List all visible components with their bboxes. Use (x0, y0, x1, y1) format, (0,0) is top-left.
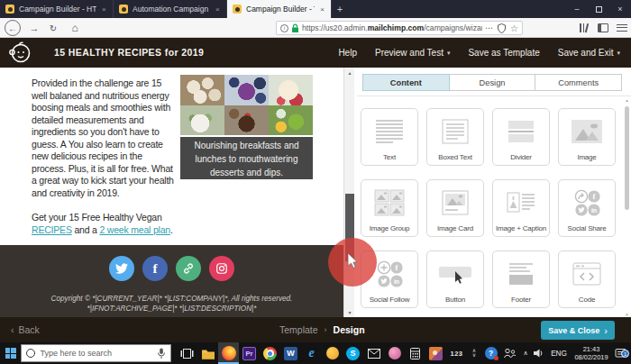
file-explorer-button[interactable] (197, 342, 218, 364)
app-button-orange[interactable] (322, 342, 343, 364)
taskbar-clock[interactable]: 21:43 08/02/2019 (572, 345, 611, 361)
divider-block-icon (506, 109, 536, 153)
tab-content[interactable]: Content (362, 74, 450, 91)
mailchimp-freddie-logo (8, 41, 32, 65)
tab-design[interactable]: Design (449, 74, 536, 91)
panel-scrollbar[interactable]: ▴ ▾ (624, 97, 630, 317)
taskbar-overflow-scroller[interactable]: ∧∨ (467, 342, 481, 364)
browser-tab-2[interactable]: Automation Campaign Builder × (114, 0, 227, 18)
word-taskbar-button[interactable]: W (280, 342, 301, 364)
taskbar-search[interactable] (21, 344, 171, 362)
save-and-close-button[interactable]: Save & Close› (541, 321, 615, 340)
mail-icon (368, 349, 380, 359)
help-link[interactable]: Help (338, 48, 357, 58)
url-text: https://us20.admin.mailchimp.com/campaig… (302, 23, 482, 32)
content-block-footer[interactable]: Footer (492, 250, 550, 308)
start-button[interactable] (0, 342, 21, 364)
scroll-down-icon[interactable]: ▾ (344, 309, 355, 315)
browser-tab-3-active[interactable]: Campaign Builder - Template D × (227, 0, 332, 18)
content-blocks-grid: Text Boxed Text Divider Image (361, 108, 616, 308)
address-bar[interactable]: i https://us20.admin.mailchimp.com/campa… (276, 21, 523, 35)
content-block-image-card[interactable]: Image Card (426, 179, 484, 237)
library-icon[interactable] (579, 23, 590, 32)
forward-icon[interactable]: → (28, 20, 41, 36)
image-grid-caption[interactable]: Nourishing breakfasts and lunches to mou… (180, 137, 313, 179)
instagram-icon[interactable] (209, 256, 234, 281)
email-cta-paragraph[interactable]: Get your 15 Free Healthy Vegan RECIPES a… (32, 212, 187, 236)
facebook-icon[interactable]: f (142, 256, 168, 281)
numbers-app-button[interactable]: 123 (446, 342, 467, 364)
content-block-text[interactable]: Text (361, 108, 418, 166)
scroll-up-icon[interactable]: ▴ (624, 97, 630, 103)
email-body-paragraph[interactable]: Provided in the challenge are 15 well ba… (32, 77, 178, 199)
close-button[interactable]: × (609, 0, 631, 18)
footer-block-icon (506, 251, 536, 296)
back-button[interactable]: ‹Back (11, 317, 40, 342)
task-view-button[interactable] (177, 342, 197, 364)
page-actions-icon[interactable]: ⋯ (485, 23, 493, 32)
volume-icon[interactable] (532, 349, 546, 358)
wizard-bottom-bar: ‹Back Template › Design Save & Close› (0, 317, 631, 342)
chrome-taskbar-button[interactable] (260, 342, 280, 364)
skype-taskbar-button[interactable]: S (343, 342, 363, 364)
tab-comments[interactable]: Comments (535, 74, 622, 91)
scroll-down-icon[interactable]: ∨ (472, 353, 476, 358)
save-as-template-button[interactable]: Save as Template (468, 48, 539, 58)
premiere-taskbar-button[interactable]: Pr (239, 342, 260, 364)
internet-explorer-button[interactable]: e (301, 342, 322, 364)
firefox-taskbar-button[interactable] (218, 342, 239, 364)
scrollbar-thumb[interactable] (625, 106, 629, 210)
content-block-boxed-text[interactable]: Boxed Text (426, 108, 484, 166)
content-block-image[interactable]: Image (558, 108, 616, 166)
website-link-icon[interactable] (176, 256, 201, 281)
shield-icon[interactable] (498, 23, 506, 33)
reload-icon[interactable]: ↻ (47, 20, 59, 36)
preview-and-test-menu[interactable]: Preview and Test▾ (375, 48, 450, 58)
twitter-icon[interactable] (109, 256, 134, 281)
language-indicator[interactable]: ENG (546, 350, 572, 358)
tab-close-icon[interactable]: × (319, 5, 325, 14)
content-block-image-caption[interactable]: Image + Caption (492, 179, 550, 237)
movie-app-button[interactable] (425, 342, 446, 364)
content-block-code[interactable]: Code (558, 250, 616, 308)
food-image-grid[interactable] (180, 75, 313, 135)
content-block-social-share[interactable]: f in Social Share (558, 179, 616, 237)
get-help-button[interactable]: ? (481, 342, 500, 364)
chevron-right-icon: › (604, 325, 608, 336)
email-preview[interactable]: Provided in the challenge are 15 well ba… (0, 68, 343, 317)
people-button[interactable] (500, 342, 519, 364)
sidebar-toggle-icon[interactable] (598, 23, 608, 32)
recipes-link[interactable]: RECIPES (32, 224, 72, 235)
content-block-divider[interactable]: Divider (492, 108, 550, 166)
calculator-button[interactable] (405, 342, 425, 364)
meal-plan-link[interactable]: 2 week meal plan (99, 224, 170, 235)
bookmark-star-icon[interactable]: ☆ (510, 23, 518, 33)
back-icon[interactable]: ← (5, 20, 21, 36)
new-tab-button[interactable]: + (332, 0, 348, 18)
mail-taskbar-button[interactable] (363, 342, 384, 364)
mailchimp-header: 15 HEALTHY RECIPES for 2019 Help Preview… (0, 38, 631, 68)
save-and-exit-menu[interactable]: Save and Exit▾ (558, 48, 620, 58)
browser-tab-1[interactable]: Campaign Builder - HTML | Ma × (0, 0, 114, 18)
tray-show-hidden-icons[interactable]: ∧ (519, 350, 532, 357)
breadcrumb-template[interactable]: Template (279, 324, 318, 335)
tab-close-icon[interactable]: × (101, 5, 107, 14)
maximize-button[interactable] (588, 0, 609, 18)
search-input[interactable] (40, 349, 152, 358)
content-block-image-group[interactable]: Image Group (361, 179, 418, 237)
tab-close-icon[interactable]: × (215, 5, 221, 14)
content-block-button[interactable]: Button (426, 250, 484, 308)
scroll-up-icon[interactable]: ▴ (344, 69, 355, 76)
app-button-pink[interactable] (384, 342, 405, 364)
menu-icon[interactable] (617, 24, 627, 32)
breadcrumb-design: Design (334, 324, 365, 335)
home-icon[interactable]: ⌂ (69, 20, 81, 36)
calculator-icon (410, 348, 420, 359)
windows-logo-icon (5, 348, 16, 359)
window-controls: – × (566, 0, 631, 18)
clock-date: 08/02/2019 (575, 353, 608, 361)
site-info-icon[interactable]: i (280, 24, 288, 32)
microphone-icon[interactable] (157, 348, 166, 359)
action-center-button[interactable]: 1 (611, 348, 629, 359)
minimize-button[interactable]: – (566, 0, 588, 18)
